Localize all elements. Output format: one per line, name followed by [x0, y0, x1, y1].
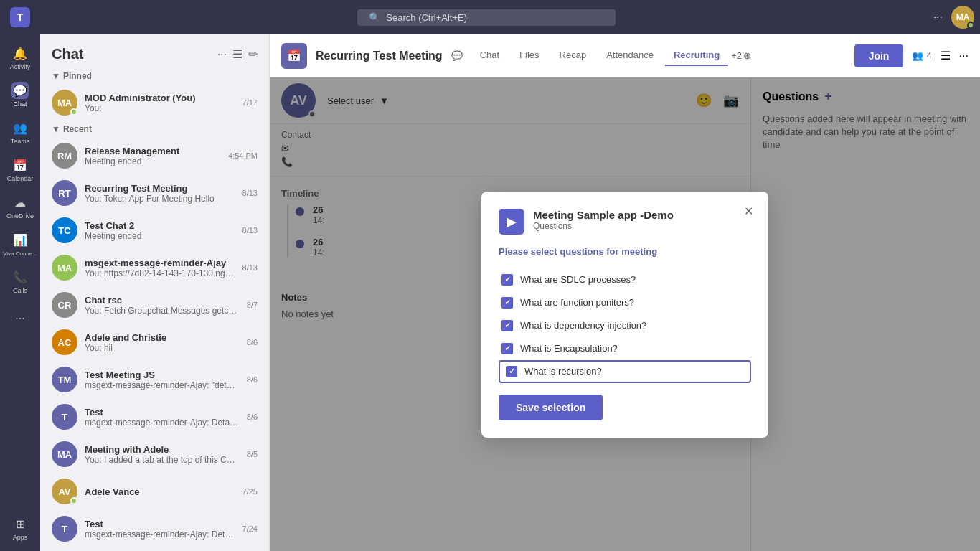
sidebar-filter-icon[interactable]: ☰: [232, 47, 242, 61]
question-checkbox-5[interactable]: ✓: [506, 366, 517, 377]
ellipsis-icon[interactable]: ···: [933, 11, 943, 24]
question-item-1: ✓ What are SDLC processes?: [499, 268, 751, 291]
sidebar-item-calls[interactable]: 📞 Calls: [3, 264, 37, 298]
sidebar-item-viva[interactable]: 📊 Viva Conne...: [3, 227, 37, 261]
sidebar-item-onedrive[interactable]: ☁ OneDrive: [3, 189, 37, 224]
viva-label: Viva Conne...: [3, 250, 37, 257]
tab-chat[interactable]: Chat: [471, 45, 508, 66]
user-avatar[interactable]: MA: [951, 6, 974, 29]
list-view-icon[interactable]: ☰: [941, 49, 951, 62]
onedrive-icon: ☁: [11, 194, 29, 211]
sidebar-new-chat-icon[interactable]: ✏: [248, 47, 258, 61]
chat-item-pinned-mod[interactable]: MA MOD Administrator (You) You: 7/17: [40, 84, 269, 121]
calendar-label: Calendar: [7, 175, 34, 182]
participants-icon: 👥: [912, 50, 923, 61]
question-text-3: What is dependency injection?: [520, 320, 646, 331]
list-item[interactable]: RM Release Management Meeting ended 4:54…: [40, 137, 269, 174]
sidebar-item-calendar[interactable]: 📅 Calendar: [3, 152, 37, 187]
modal-prompt: Please select questions for meeting: [499, 246, 751, 257]
teams-logo-icon: T: [10, 7, 30, 27]
chat-name: MOD Administrator (You): [85, 93, 235, 103]
list-item[interactable]: T Test msgext-message-reminder-Ajay: Det…: [40, 510, 269, 547]
check-icon: ✓: [504, 275, 511, 284]
list-item[interactable]: MA Meeting with Adele You: I added a tab…: [40, 435, 269, 473]
modal-title: Meeting Sample app -Demo: [533, 209, 674, 221]
tab-more[interactable]: +2 ⊕: [731, 50, 751, 61]
list-item[interactable]: TM Test Meeting JS msgext-message-remind…: [40, 361, 269, 398]
list-item[interactable]: AC Adele and Christie You: hii 8/6: [40, 324, 269, 361]
tab-recap[interactable]: Recap: [551, 45, 595, 66]
chat-name: Adele and Christie: [85, 332, 240, 343]
meeting-more-icon[interactable]: ···: [959, 50, 969, 62]
question-checkbox-2[interactable]: ✓: [501, 297, 513, 309]
question-text-2: What are function poniters?: [520, 297, 634, 308]
avatar: TC: [52, 217, 77, 243]
pinned-section-header[interactable]: ▼ Pinned: [40, 68, 269, 84]
check-icon: ✓: [504, 344, 511, 353]
meeting-top-bar: 📅 Recurring Test Meeting 💬 Chat Files Re…: [270, 34, 980, 77]
recent-chevron-icon: ▼: [52, 124, 60, 134]
avatar: T: [52, 516, 77, 542]
global-search-box[interactable]: 🔍 Search (Ctrl+Alt+E): [357, 9, 616, 26]
list-item[interactable]: TC Test Chat 2 Meeting ended 8/13: [40, 212, 269, 249]
chat-info: Recurring Test Meeting You: Token App Fo…: [85, 183, 235, 204]
chat-list: RM Release Management Meeting ended 4:54…: [40, 137, 269, 551]
chat-info: Meeting with Adele You: I added a tab at…: [85, 444, 240, 465]
participants-button[interactable]: 👥 4: [912, 50, 931, 61]
sidebar-item-apps[interactable]: ⊞ Apps: [3, 511, 37, 545]
chat-time: 8/13: [242, 189, 258, 197]
check-icon: ✓: [504, 321, 511, 330]
chat-name: Test: [85, 519, 235, 529]
recent-section-header[interactable]: ▼ Recent: [40, 121, 269, 137]
tab-attendance[interactable]: Attendance: [598, 45, 662, 66]
chat-time: 8/6: [247, 338, 258, 347]
left-rail: 🔔 Activity 💬 Chat 👥 Teams 📅 Calendar ☁ O…: [0, 34, 40, 551]
question-text-1: What are SDLC processes?: [520, 274, 636, 285]
join-button[interactable]: Join: [854, 44, 904, 67]
avatar: RM: [52, 143, 77, 169]
question-checkbox-3[interactable]: ✓: [501, 320, 513, 331]
chat-preview: msgext-message-reminder-Ajay: "details .…: [85, 380, 240, 390]
list-item[interactable]: T Test msgext-message-reminder-Ajay: Det…: [40, 398, 269, 435]
list-item[interactable]: AV Adele Vance 7/25: [40, 473, 269, 510]
tab-recruiting[interactable]: Recruiting: [665, 45, 728, 66]
user-online-status: [70, 497, 77, 504]
teams-label: Teams: [11, 138, 30, 145]
chat-time: 4:54 PM: [228, 151, 258, 160]
avatar: TM: [52, 367, 77, 392]
search-icon: 🔍: [369, 12, 380, 23]
meeting-icon: 📅: [281, 43, 307, 69]
activity-label: Activity: [10, 63, 31, 70]
sidebar-item-chat[interactable]: 💬 Chat: [3, 77, 37, 112]
search-placeholder: Search (Ctrl+Alt+E): [386, 12, 467, 23]
chat-name: Test: [85, 407, 240, 418]
teams-icon: 👥: [11, 119, 29, 136]
tab-add-icon[interactable]: ⊕: [743, 50, 751, 61]
list-item[interactable]: CR Chat rsc You: Fetch Groupchat Message…: [40, 286, 269, 324]
chat-name: Chat rsc: [85, 295, 240, 306]
app-logo: T: [0, 7, 40, 27]
chat-info: MOD Administrator (You) You:: [85, 93, 235, 113]
question-checkbox-4[interactable]: ✓: [501, 343, 513, 354]
modal-close-button[interactable]: ✕: [740, 203, 757, 220]
sidebar-item-activity[interactable]: 🔔 Activity: [3, 40, 37, 75]
question-list: ✓ What are SDLC processes? ✓ What are fu…: [499, 268, 751, 383]
chat-nav-label: Chat: [13, 100, 27, 108]
list-item[interactable]: RT Recurring Test Meeting You: Token App…: [40, 174, 269, 212]
chat-nav-icon: 💬: [11, 82, 29, 99]
sidebar-item-more[interactable]: ···: [3, 301, 37, 336]
tab-files[interactable]: Files: [511, 45, 547, 66]
save-selection-button[interactable]: Save selection: [499, 395, 603, 420]
calls-icon: 📞: [11, 268, 29, 286]
sidebar-more-icon[interactable]: ···: [217, 48, 227, 61]
list-item[interactable]: MA msgext-message-reminder-Ajay You: htt…: [40, 249, 269, 286]
app-header-right: ··· MA: [933, 6, 974, 29]
avatar: AC: [52, 329, 77, 355]
modal-overlay[interactable]: ▶ Meeting Sample app -Demo Questions ✕ P…: [270, 77, 980, 551]
chat-info: Chat rsc You: Fetch Groupchat Messages g…: [85, 295, 240, 316]
sidebar-item-teams[interactable]: 👥 Teams: [3, 115, 37, 149]
global-search-area: 🔍 Search (Ctrl+Alt+E): [40, 9, 933, 26]
question-checkbox-1[interactable]: ✓: [501, 274, 513, 286]
sidebar-title: Chat: [52, 46, 83, 62]
chat-info: Test msgext-message-reminder-Ajay: Detai…: [85, 407, 240, 428]
